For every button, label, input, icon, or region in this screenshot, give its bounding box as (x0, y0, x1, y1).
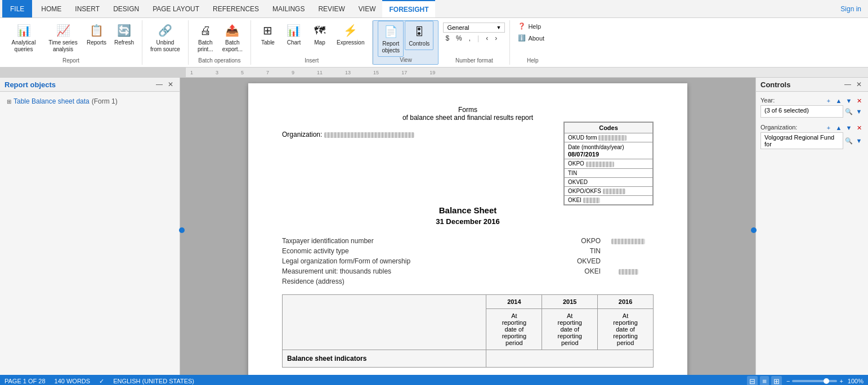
org-input[interactable]: Volgograd Regional Fund for (760, 132, 843, 149)
tab-home[interactable]: HOME (34, 0, 68, 17)
tab-references[interactable]: REFERENCES (206, 0, 266, 17)
tab-mailings[interactable]: MAILINGS (266, 0, 311, 17)
report-objects-button[interactable]: 📄 Reportobjects (378, 21, 404, 57)
org-remove-button[interactable]: ✕ (854, 123, 863, 132)
taxpayer-row: Taxpayer identification number OKPO (282, 237, 654, 245)
tin-code: TIN (556, 247, 601, 255)
batch-export-button[interactable]: 📤 Batchexport... (219, 20, 246, 55)
residence-row: Residence (address) (282, 277, 654, 285)
zoom-control[interactable]: − + (786, 378, 843, 384)
refresh-button[interactable]: 🔄 Refresh (111, 20, 137, 48)
year-remove-button[interactable]: ✕ (854, 96, 863, 105)
increase-decimal-button[interactable]: › (493, 34, 499, 43)
left-panel-report-objects: Report objects — ✕ ⊞ Table Balance sheet… (0, 78, 180, 375)
tab-view[interactable]: VIEW (352, 0, 383, 17)
tree-item-balance[interactable]: ⊞ Table Balance sheet data (Form 1) (5, 96, 175, 106)
okved-code: OKVED (556, 257, 601, 265)
proofing-icon: ✓ (99, 378, 104, 385)
org-up-button[interactable]: ▲ (834, 123, 843, 132)
controls-close-button[interactable]: ✕ (854, 80, 863, 89)
year-input[interactable]: (3 of 6 selected) (760, 105, 843, 118)
tab-file[interactable]: FILE (2, 0, 32, 17)
reports-button[interactable]: 📋 Reports (83, 20, 110, 48)
map-button[interactable]: 🗺 Map (307, 20, 332, 48)
tree-form-text: (Form 1) (92, 97, 118, 105)
time-series-button[interactable]: 📈 Time series analysis (44, 20, 82, 55)
ruler-left-spacer (0, 68, 186, 77)
panel-minimize-button[interactable]: — (155, 80, 164, 89)
help-button[interactable]: ❓ Help (514, 20, 551, 32)
currency-symbol-button[interactable]: $ (443, 34, 451, 43)
expression-icon: ⚡ (343, 23, 359, 38)
org-down-button[interactable]: ▼ (844, 123, 853, 132)
status-language: ENGLISH (UNITED STATES) (113, 378, 194, 384)
legal-row: Legal organization form/Form of ownershi… (282, 257, 654, 265)
panel-close-button[interactable]: ✕ (166, 80, 175, 89)
report-objects-title: Report objects (5, 80, 56, 89)
about-button[interactable]: ℹ️ About (514, 32, 551, 44)
decrease-decimal-button[interactable]: ‹ (484, 34, 490, 43)
full-reading-button[interactable]: ≡ (760, 376, 769, 386)
expression-button[interactable]: ⚡ Expression (333, 20, 368, 48)
report-objects-content: ⊞ Table Balance sheet data (Form 1) (0, 92, 180, 375)
economic-label: Economic activity type (282, 247, 556, 255)
tab-review[interactable]: REVIEW (311, 0, 351, 17)
ribbon-group-report: 📊 Analytical queries 📈 Time series analy… (0, 20, 142, 65)
tab-insert[interactable]: INSERT (68, 0, 106, 17)
taxpayer-label: Taxpayer identification number (282, 237, 556, 245)
org-expand-button[interactable]: ▼ (854, 136, 863, 145)
balance-sheet-table: 2014 2015 2016 Atreportingdate ofreporti… (282, 294, 654, 368)
batch-export-icon: 📤 (225, 23, 240, 38)
controls-button[interactable]: 🎛 Controls (405, 21, 433, 50)
words-indicator: 140 WORDS (55, 378, 91, 384)
year-expand-button[interactable]: ▼ (854, 107, 863, 116)
controls-minimize-button[interactable]: — (843, 80, 852, 89)
year-up-button[interactable]: ▲ (834, 96, 843, 105)
doc-title-area: Balance Sheet 31 December 2016 (282, 205, 654, 226)
report-objects-icon: 📄 (383, 24, 399, 39)
zoom-minus-icon[interactable]: − (786, 378, 790, 384)
status-words: 140 WORDS (55, 378, 91, 384)
percent-button[interactable]: % (454, 34, 464, 43)
year-add-button[interactable]: + (824, 96, 833, 105)
table-button[interactable]: ⊞ Table (256, 20, 280, 48)
okpo-code: OKPO (556, 237, 601, 245)
document-container[interactable]: Forms of balance sheet and financial res… (180, 78, 755, 375)
sign-in-link[interactable]: Sign in (840, 5, 868, 13)
batch-group-label: Batch operations (198, 57, 240, 65)
comma-button-1[interactable]: , (467, 34, 473, 43)
print-layout-button[interactable]: ⊟ (747, 376, 758, 386)
date-label: Date (month/day/year) (568, 144, 649, 151)
okved-label: OKVED (568, 179, 588, 185)
number-format-value: General (447, 24, 469, 31)
tab-page-layout[interactable]: PAGE LAYOUT (146, 0, 206, 17)
help-label: Help (528, 23, 541, 30)
year-label-row: Year: + ▲ ▼ ✕ (760, 96, 863, 105)
zoom-track[interactable] (792, 380, 837, 382)
analytical-queries-button[interactable]: 📊 Analytical queries (5, 20, 43, 55)
tab-foresight[interactable]: FORESIGHT (382, 0, 435, 17)
year-2015-header: 2015 (542, 295, 598, 309)
zoom-plus-icon[interactable]: + (839, 378, 843, 384)
tab-design[interactable]: DESIGN (106, 0, 146, 17)
web-layout-button[interactable]: ⊞ (771, 376, 782, 386)
unbind-button[interactable]: 🔗 Unbindfrom source (147, 20, 184, 55)
batch-export-label: Batchexport... (222, 39, 243, 53)
zoom-thumb[interactable] (824, 378, 829, 384)
year-down-button[interactable]: ▼ (844, 96, 853, 105)
expression-label: Expression (337, 39, 364, 46)
report-objects-label: Reportobjects (382, 41, 400, 54)
year-label: Year: (760, 97, 775, 104)
org-add-button[interactable]: + (824, 123, 833, 132)
table-label: Table (261, 39, 275, 46)
year-search-button[interactable]: 🔍 (844, 107, 853, 116)
chart-button[interactable]: 📊 Chart (281, 20, 306, 48)
date-value: 08/07/2019 (568, 151, 649, 158)
tin-row: TIN (565, 168, 653, 177)
view-mode-buttons: ⊟ ≡ ⊞ (747, 376, 782, 386)
org-search-button[interactable]: 🔍 (844, 136, 853, 145)
ruler: 135791113151719 (0, 68, 868, 78)
report-group-label: Report (62, 57, 79, 65)
number-format-dropdown[interactable]: General ▼ (443, 23, 505, 33)
batch-print-button[interactable]: 🖨 Batchprint... (193, 20, 218, 55)
